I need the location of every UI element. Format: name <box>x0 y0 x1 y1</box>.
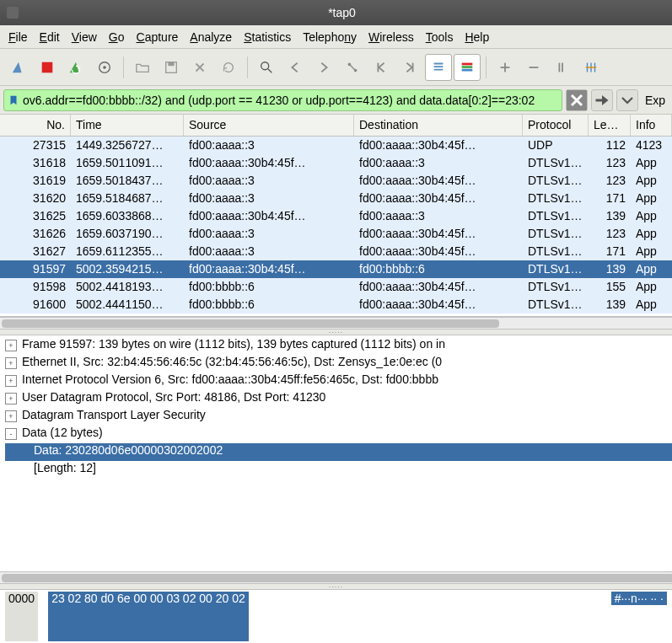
capture-options-button[interactable] <box>91 54 118 81</box>
detail-protocol[interactable]: +Ethernet II, Src: 32:b4:45:56:46:5c (32… <box>5 355 672 372</box>
expand-icon[interactable]: + <box>5 340 17 351</box>
expand-icon[interactable]: + <box>5 393 17 405</box>
packet-row[interactable]: 316201659.5184687…fd00:aaaa::3fd00:aaaa:… <box>0 190 672 207</box>
detail-protocol[interactable]: +User Datagram Protocol, Src Port: 48186… <box>5 390 672 408</box>
menu-analyze[interactable]: Analyze <box>190 30 232 44</box>
toolbar-separator <box>123 56 124 78</box>
expression-label[interactable]: Exp <box>642 94 669 107</box>
close-file-button[interactable] <box>186 54 213 81</box>
svg-rect-4 <box>168 62 174 66</box>
detail-protocol[interactable]: +Datagram Transport Layer Security <box>5 408 672 426</box>
apply-filter-button[interactable] <box>591 89 613 111</box>
zoom-out-button[interactable] <box>520 54 547 81</box>
toolbar-separator <box>486 56 487 78</box>
menu-file[interactable]: File <box>8 30 28 44</box>
packet-row[interactable]: 316261659.6037190…fd00:aaaa::3fd00:aaaa:… <box>0 225 672 243</box>
svg-rect-10 <box>462 68 473 71</box>
filter-bar: Exp <box>0 86 672 115</box>
packet-row[interactable]: 316271659.6112355…fd00:aaaa::3fd00:aaaa:… <box>0 243 672 260</box>
col-proto[interactable]: Protocol <box>523 115 589 136</box>
toolbar-separator <box>247 56 248 78</box>
hex-bytes[interactable]: 23 02 80 d0 6e 00 00 03 02 00 20 02 <box>48 592 249 641</box>
stop-capture-button[interactable] <box>34 54 61 81</box>
expand-icon[interactable]: + <box>5 375 17 387</box>
zoom-in-button[interactable] <box>492 54 519 81</box>
auto-scroll-button[interactable] <box>425 54 452 81</box>
expand-icon[interactable]: + <box>5 410 17 422</box>
svg-rect-15 <box>562 62 563 72</box>
col-dest[interactable]: Destination <box>354 115 523 136</box>
hex-ascii: #···n··· ·· · <box>611 592 667 605</box>
bookmark-icon[interactable] <box>8 94 19 106</box>
zoom-reset-button[interactable] <box>549 54 576 81</box>
resize-columns-button[interactable] <box>578 54 605 81</box>
svg-point-2 <box>103 66 106 69</box>
go-forward-button[interactable] <box>310 54 337 81</box>
col-time[interactable]: Time <box>71 115 184 136</box>
menu-go[interactable]: Go <box>109 30 125 44</box>
svg-rect-14 <box>559 62 561 72</box>
packet-bytes[interactable]: 0000 23 02 80 d0 6e 00 00 03 02 00 20 02… <box>0 590 672 643</box>
restart-capture-button[interactable] <box>62 54 89 81</box>
menu-tools[interactable]: Tools <box>426 30 454 44</box>
hex-offset: 0000 <box>5 592 38 641</box>
titlebar: *tap0 <box>0 0 672 25</box>
packet-row[interactable]: 915975002.3594215…fd00:aaaa::30b4:45f…fd… <box>0 260 672 278</box>
expand-icon[interactable]: + <box>5 357 17 369</box>
packet-row[interactable]: 273151449.3256727…fd00:aaaa::3fd00:aaaa:… <box>0 137 672 154</box>
menu-wireless[interactable]: Wireless <box>368 30 414 44</box>
packet-list-hscroll[interactable] <box>0 317 672 329</box>
clear-filter-button[interactable] <box>566 89 588 111</box>
packet-list[interactable]: No. Time Source Destination Protocol Len… <box>0 115 672 317</box>
packet-details-hscroll[interactable] <box>0 571 672 583</box>
window-menu-icon[interactable] <box>7 7 19 19</box>
display-filter-input[interactable] <box>19 94 558 107</box>
packet-row[interactable]: 316191659.5018437…fd00:aaaa::3fd00:aaaa:… <box>0 172 672 190</box>
col-source[interactable]: Source <box>184 115 354 136</box>
go-back-button[interactable] <box>282 54 309 81</box>
svg-rect-9 <box>462 66 473 68</box>
detail-field[interactable]: [Length: 12] <box>5 461 672 479</box>
detail-protocol[interactable]: +Frame 91597: 139 bytes on wire (1112 bi… <box>5 337 672 355</box>
col-no[interactable]: No. <box>0 115 71 136</box>
detail-field[interactable]: Data: 230280d06e00000302002002 <box>5 443 672 461</box>
col-length[interactable]: Length <box>589 115 631 136</box>
svg-rect-8 <box>462 62 473 65</box>
filter-dropdown-button[interactable] <box>616 89 638 111</box>
shark-fin-icon[interactable] <box>5 54 32 81</box>
packet-row[interactable]: 915985002.4418193…fd00:bbbb::6fd00:aaaa:… <box>0 278 672 296</box>
open-file-button[interactable] <box>129 54 156 81</box>
menu-telephony[interactable]: Telephony <box>303 30 357 44</box>
packet-details[interactable]: +Frame 91597: 139 bytes on wire (1112 bi… <box>0 335 672 571</box>
col-info[interactable]: Info <box>631 115 672 136</box>
packet-row[interactable]: 316181659.5011091…fd00:aaaa::30b4:45f…fd… <box>0 154 672 172</box>
reload-button[interactable] <box>215 54 242 81</box>
menubar: FileEditViewGoCaptureAnalyzeStatisticsTe… <box>0 25 672 49</box>
save-file-button[interactable] <box>158 54 185 81</box>
menu-edit[interactable]: Edit <box>40 30 60 44</box>
collapse-icon[interactable]: - <box>5 428 17 440</box>
toolbar <box>0 49 672 86</box>
svg-rect-13 <box>530 67 539 68</box>
packet-row[interactable]: 916005002.4441150…fd00:bbbb::6fd00:aaaa:… <box>0 296 672 313</box>
go-to-packet-button[interactable] <box>339 54 366 81</box>
menu-view[interactable]: View <box>72 30 97 44</box>
packet-row[interactable]: 316251659.6033868…fd00:aaaa::30b4:45f…fd… <box>0 207 672 225</box>
go-last-button[interactable] <box>396 54 423 81</box>
svg-rect-12 <box>504 62 506 72</box>
detail-protocol[interactable]: -Data (12 bytes) <box>5 426 672 443</box>
packet-list-header: No. Time Source Destination Protocol Len… <box>0 115 672 137</box>
splitter[interactable]: ····· <box>0 329 672 335</box>
splitter[interactable]: ····· <box>0 583 672 590</box>
menu-capture[interactable]: Capture <box>137 30 179 44</box>
menu-statistics[interactable]: Statistics <box>244 30 291 44</box>
find-packet-button[interactable] <box>253 54 280 81</box>
display-filter-field[interactable] <box>3 89 562 111</box>
menu-help[interactable]: Help <box>465 30 489 44</box>
colorize-button[interactable] <box>454 54 481 81</box>
window-title: *tap0 <box>328 6 356 19</box>
detail-protocol[interactable]: +Internet Protocol Version 6, Src: fd00:… <box>5 372 672 390</box>
go-first-button[interactable] <box>368 54 395 81</box>
svg-point-5 <box>261 62 269 69</box>
svg-rect-0 <box>42 62 53 72</box>
